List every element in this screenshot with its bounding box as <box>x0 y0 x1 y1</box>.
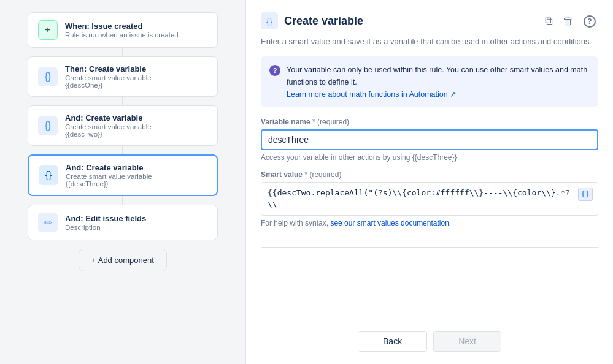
info-icon: ? <box>269 64 280 99</box>
node-text-edit-fields: And: Edit issue fields Description <box>65 214 146 231</box>
node-icon-braces-3: {} <box>39 165 58 185</box>
variable-name-label: Variable name * (required) <box>261 118 598 126</box>
right-panel: {} Create variable ⧉ 🗑 ? Enter a smart v… <box>245 0 613 364</box>
node-subtitle-create-var-1: Create smart value variable{{descOne}} <box>65 74 152 89</box>
variable-name-input[interactable] <box>261 129 598 150</box>
panel-header-left: {} Create variable <box>261 12 363 29</box>
smart-value-text: {{descTwo.replaceAll("(?s)\\{color:#ffff… <box>268 188 570 210</box>
panel-header: {} Create variable ⧉ 🗑 ? <box>261 12 598 29</box>
connector-4 <box>122 196 123 205</box>
smart-value-container[interactable]: {{descTwo.replaceAll("(?s)\\{color:#ffff… <box>261 182 598 216</box>
add-component-button[interactable]: + Add component <box>79 249 167 271</box>
node-text-create-var-2: And: Create variable Create smart value … <box>65 113 152 138</box>
info-box-content: Your variable can only be used within th… <box>287 64 590 99</box>
delete-button[interactable]: 🗑 <box>560 13 576 29</box>
panel-description: Enter a smart value and save it as a var… <box>261 36 598 48</box>
node-title-edit-fields: And: Edit issue fields <box>65 214 146 223</box>
node-edit-fields[interactable]: ✏ And: Edit issue fields Description <box>28 205 218 240</box>
variable-name-hint: Access your variable in other actions by… <box>261 153 598 162</box>
help-button[interactable]: ? <box>581 13 598 29</box>
copy-button[interactable]: ⧉ <box>542 13 555 29</box>
syntax-help-link[interactable]: see our smart values documentation. <box>330 219 451 227</box>
node-create-var-2[interactable]: {} And: Create variable Create smart val… <box>28 105 218 146</box>
left-panel: + When: Issue created Rule is run when a… <box>0 0 245 364</box>
back-button[interactable]: Back <box>358 331 427 352</box>
panel-buttons: Back Next <box>261 325 598 352</box>
question-circle-icon: ? <box>269 65 280 76</box>
smart-value-badge[interactable]: {} <box>578 188 593 201</box>
next-button[interactable]: Next <box>433 331 501 352</box>
syntax-help-prefix: For help with syntax, <box>261 219 330 227</box>
node-text-create-var-1: Then: Create variable Create smart value… <box>65 64 152 89</box>
variable-name-label-text: Variable name <box>261 118 310 126</box>
node-subtitle-create-var-3: Create smart value variable{{descThree}} <box>66 173 152 188</box>
create-variable-icon: {} <box>261 12 278 29</box>
pencil-icon: ✏ <box>38 213 58 232</box>
node-subtitle-create-var-2: Create smart value variable{{descTwo}} <box>65 123 152 138</box>
node-create-var-1[interactable]: {} Then: Create variable Create smart va… <box>28 56 218 97</box>
node-create-var-3[interactable]: {} And: Create variable Create smart val… <box>28 154 218 196</box>
panel-actions: ⧉ 🗑 ? <box>542 13 598 29</box>
node-icon-braces-1: {} <box>38 67 58 86</box>
node-issue-created[interactable]: + When: Issue created Rule is run when a… <box>28 12 218 48</box>
node-subtitle-issue-created: Rule is run when an issue is created. <box>65 31 180 39</box>
flow-container: + When: Issue created Rule is run when a… <box>18 12 227 271</box>
node-title-create-var-3: And: Create variable <box>66 163 152 172</box>
node-icon-plus: + <box>38 20 58 40</box>
required-text-2: (required) <box>309 170 341 179</box>
node-title-create-var-2: And: Create variable <box>65 113 152 123</box>
help-circle-icon: ? <box>584 15 596 28</box>
smart-value-label: Smart value * (required) <box>261 170 598 179</box>
connector-1 <box>122 48 123 56</box>
node-text-create-var-3: And: Create variable Create smart value … <box>66 163 152 188</box>
connector-2 <box>122 97 123 105</box>
node-title-issue-created: When: Issue created <box>65 21 180 31</box>
info-box: ? Your variable can only be used within … <box>261 56 598 107</box>
divider <box>261 247 598 248</box>
syntax-help: For help with syntax, see our smart valu… <box>261 219 598 227</box>
info-box-link[interactable]: Learn more about math functions in Autom… <box>287 90 457 99</box>
smart-value-label-text: Smart value <box>261 170 303 179</box>
required-text: (required) <box>317 118 349 126</box>
connector-3 <box>122 146 123 154</box>
panel-title: Create variable <box>284 15 363 28</box>
node-title-create-var-1: Then: Create variable <box>65 64 152 74</box>
node-icon-braces-2: {} <box>38 116 58 135</box>
node-text-issue-created: When: Issue created Rule is run when an … <box>65 21 180 39</box>
node-subtitle-edit-fields: Description <box>65 224 146 231</box>
info-box-text: Your variable can only be used within th… <box>287 66 587 86</box>
